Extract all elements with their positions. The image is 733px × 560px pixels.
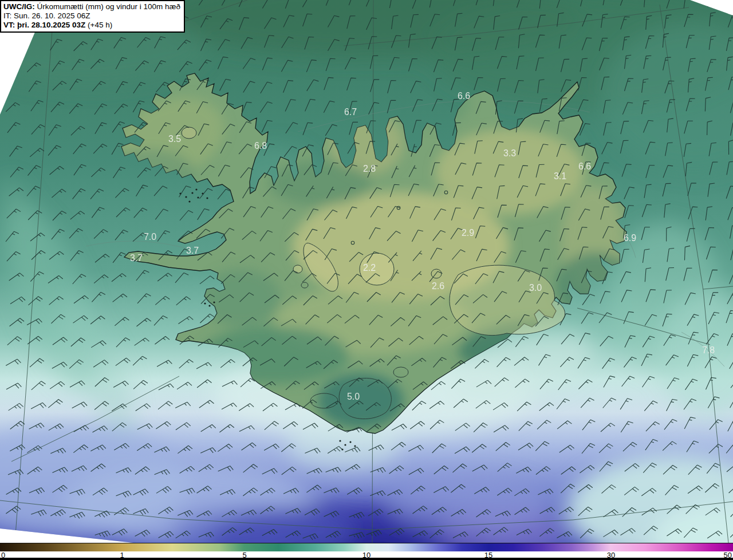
contour-label: 6.7 [344, 107, 357, 117]
islet [195, 188, 197, 190]
contour-label: 3.5 [168, 134, 181, 144]
islet [188, 200, 190, 202]
valid-time: VT: þri. 28.10.2025 03Z (+45 h) [3, 21, 180, 30]
islet [354, 445, 356, 447]
contour-label: 7.0 [144, 232, 156, 242]
map-canvas: 3.56.86.76.63.36.63.12.87.03.73.72.96.92… [0, 0, 733, 543]
colorbar-tick-labels: 01510153050 [0, 551, 733, 558]
contour-label: 3.7 [186, 246, 199, 255]
valid-time-offset: (+45 h) [85, 21, 112, 29]
islet [208, 305, 210, 306]
map-title-box: UWC/IG: Úrkomumætti (mm) og vindur i 100… [0, 0, 185, 33]
colorbar-base-line [0, 558, 733, 560]
islet [185, 196, 187, 198]
contour-label: 5.0 [347, 392, 360, 401]
contour-label: 3.1 [554, 171, 566, 181]
product-title-text: Úrkomumætti (mm) og vindur i 100m hæð [35, 2, 180, 11]
contour-label: 7.8 [702, 345, 715, 355]
precip-colorbar: 01510153050 [0, 543, 733, 560]
contour-label: 6.6 [458, 91, 470, 101]
contour-label: 2.8 [363, 164, 376, 173]
islet [204, 302, 206, 304]
islet [349, 441, 351, 443]
islet [206, 197, 208, 199]
islet [191, 192, 193, 194]
contour-label: 3.3 [503, 148, 516, 158]
islet [197, 196, 199, 198]
islet [339, 440, 341, 441]
valid-time-main: VT: þri. 28.10.2025 03Z [3, 21, 85, 29]
contour-label: 2.9 [462, 228, 474, 238]
wind-barb [708, 0, 716, 7]
contour-label: 6.6 [578, 161, 591, 171]
glacier-outline [182, 127, 196, 139]
init-time: IT: Sun. 26. 10. 2025 06Z [3, 11, 180, 21]
glacier-outline [293, 265, 302, 273]
islet [213, 301, 215, 303]
product-title-prefix: UWC/IG: [3, 2, 35, 11]
contour-label: 3.0 [529, 283, 542, 293]
contour-label: 6.8 [254, 141, 267, 151]
contour-label: 3.7 [130, 253, 143, 263]
contour-label: 2.2 [363, 263, 376, 273]
islet [344, 444, 346, 445]
contour-label: 6.9 [624, 233, 636, 243]
product-title: UWC/IG: Úrkomumætti (mm) og vindur i 100… [3, 2, 180, 11]
weather-map-app: 3.56.86.76.63.36.63.12.87.03.73.72.96.92… [0, 0, 733, 560]
contour-label: 2.6 [432, 281, 444, 291]
